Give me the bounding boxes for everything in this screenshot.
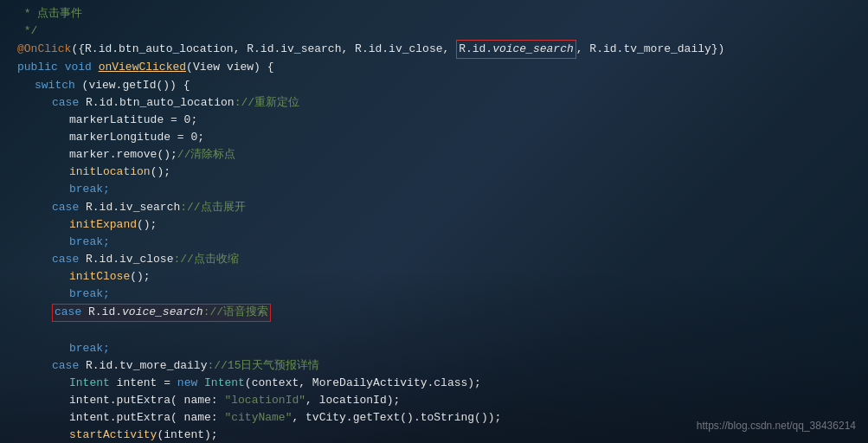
code-token: case [55, 305, 81, 318]
code-token: "cityName" [224, 409, 292, 427]
code-line: initExpand(); [17, 216, 858, 234]
code-token: }) [711, 41, 725, 58]
code-line: break; [17, 181, 858, 198]
code-token: R.id. [79, 357, 119, 375]
code-token: intent = [110, 375, 177, 392]
code-token: intent.putExtra( name: [69, 392, 224, 409]
code-line: */ [17, 22, 858, 40]
code-token: , tvCity.getText().toString()); [292, 409, 501, 427]
code-token: tv_more_daily [119, 357, 207, 375]
code-line: @OnClick({R.id.btn_auto_location, R.id.i… [17, 40, 858, 59]
code-token: * [17, 5, 37, 22]
code-line: switch (view.getId()) { [17, 77, 858, 94]
code-token: @OnClick [17, 41, 71, 58]
code-token: new [177, 375, 197, 392]
code-line: initClose(); [17, 268, 858, 286]
code-token: public [17, 59, 58, 76]
code-token: markerLatitude = 0; [69, 112, 197, 129]
code-token: */ [17, 22, 37, 40]
code-token [197, 375, 204, 392]
code-token: markerLongitude = 0; [69, 129, 204, 146]
code-token: //清除标点 [177, 146, 236, 164]
code-token: iv_close [119, 251, 173, 268]
code-token: (View view) { [186, 59, 273, 76]
code-token: Intent [69, 375, 110, 392]
code-token: ://点击展开 [180, 199, 245, 216]
code-line: break; [17, 234, 858, 251]
code-token: initExpand [69, 216, 137, 234]
code-token: case [52, 94, 79, 112]
code-token: (); [137, 216, 157, 234]
code-token: ://点击收缩 [173, 251, 238, 268]
code-token: , R.id. [234, 41, 281, 58]
code-line: Intent intent = new Intent(context, More… [17, 375, 858, 392]
highlighted-case-line: case R.id.voice_search://语音搜索 [17, 303, 858, 322]
code-token: ://15日天气预报详情 [207, 357, 319, 375]
code-token: (context, MoreDailyActivity.class); [245, 375, 481, 392]
code-line: break; [17, 340, 858, 357]
code-line: initLocation(); [17, 164, 858, 181]
code-token: R.id. [79, 251, 119, 268]
code-token: R.id. [79, 94, 119, 112]
code-token: voice_search [122, 305, 203, 318]
code-token: break; [69, 286, 110, 303]
voice-search-case-highlight: case R.id.voice_search://语音搜索 [52, 304, 271, 321]
code-token: "locationId" [224, 392, 305, 409]
code-token: btn_auto_location [119, 41, 234, 58]
code-line: intent.putExtra( name: "locationId", loc… [17, 392, 858, 409]
code-token: break; [69, 181, 110, 198]
code-token: (view.getId()) { [75, 77, 190, 94]
code-token: break; [69, 234, 110, 251]
code-token: Intent [204, 375, 245, 392]
code-token: initLocation [69, 164, 151, 181]
code-token: Clicked [138, 59, 186, 76]
code-token: ://语音搜索 [203, 305, 268, 318]
code-token: startActivity [69, 427, 157, 443]
code-token: marker.remove(); [69, 146, 177, 164]
code-token: (); [151, 164, 170, 181]
code-token: case [52, 357, 79, 375]
code-token: void [65, 59, 92, 76]
code-token: iv_close [389, 41, 442, 58]
code-token: , R.id. [341, 41, 389, 58]
code-token: 点击事件 [37, 5, 82, 22]
code-token [58, 59, 65, 76]
code-token: , [443, 41, 457, 58]
code-token: tv_more_daily [623, 41, 710, 58]
code-line: public void onViewClicked(View view) { [17, 59, 858, 76]
code-token: intent.putExtra( name: [69, 409, 224, 427]
code-token: btn_auto_location [119, 94, 235, 112]
code-line: break; [17, 286, 858, 303]
code-line: markerLatitude = 0; [17, 112, 858, 129]
code-token: ://重新定位 [235, 94, 299, 112]
code-token: , R.id. [576, 41, 624, 58]
code-token [92, 59, 99, 76]
code-token: case [52, 251, 79, 268]
code-line: case R.id.tv_more_daily://15日天气预报详情 [17, 357, 858, 375]
code-line [17, 323, 858, 340]
code-editor: * 点击事件 */ @OnClick({R.id.btn_auto_locati… [0, 0, 868, 443]
voice-search-highlight: R.id.voice_search [456, 40, 576, 59]
code-token: R.id. [79, 199, 119, 216]
code-token: break; [69, 340, 110, 357]
code-token: , locationId); [305, 392, 400, 409]
code-token: R.id. [81, 305, 122, 318]
code-token: onView [99, 59, 139, 76]
code-line: case R.id.iv_close://点击收缩 [17, 251, 858, 268]
code-token: initClose [69, 268, 130, 286]
code-line: case R.id.iv_search://点击展开 [17, 199, 858, 216]
code-token: (); [130, 268, 150, 286]
code-token: iv_search [119, 199, 180, 216]
code-line: marker.remove();//清除标点 [17, 146, 858, 164]
code-token: ({R.id. [71, 41, 119, 58]
code-token: case [52, 199, 79, 216]
code-line: * 点击事件 [17, 5, 858, 22]
code-line: case R.id.btn_auto_location://重新定位 [17, 94, 858, 112]
code-token: (intent); [157, 427, 217, 443]
switch-keyword: switch [35, 77, 75, 94]
code-token: iv_search [280, 41, 341, 58]
watermark-text: https://blog.csdn.net/qq_38436214 [697, 418, 856, 434]
code-line: markerLongitude = 0; [17, 129, 858, 146]
